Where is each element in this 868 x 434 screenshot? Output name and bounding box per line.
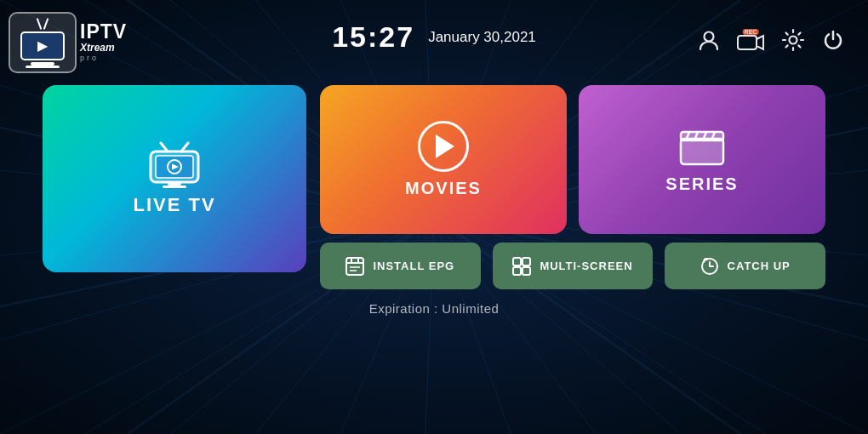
catch-up-label: CATCH UP bbox=[728, 260, 791, 272]
movies-label: MOVIES bbox=[405, 179, 482, 198]
svg-point-42 bbox=[790, 37, 797, 44]
series-card[interactable]: SERIES bbox=[579, 85, 825, 234]
svg-rect-57 bbox=[346, 258, 363, 275]
multi-screen-icon bbox=[512, 257, 531, 276]
epg-icon bbox=[345, 257, 364, 276]
header: ▶ IPTV Xtream pro 15:27 January 30,2021 bbox=[0, 0, 868, 77]
play-circle-icon bbox=[418, 121, 469, 172]
multi-screen-label: MULTI-SCREEN bbox=[540, 260, 632, 272]
logo-box: ▶ bbox=[9, 12, 77, 73]
rec-badge: REC bbox=[743, 29, 759, 35]
header-icons: REC bbox=[698, 28, 844, 57]
logo-iptv-text: IPTV bbox=[80, 22, 127, 42]
clock: 15:27 bbox=[332, 20, 414, 54]
footer: Expiration : Unlimited bbox=[0, 301, 868, 316]
settings-icon[interactable] bbox=[781, 28, 805, 57]
svg-rect-49 bbox=[168, 182, 181, 186]
svg-rect-65 bbox=[513, 267, 521, 275]
install-epg-card[interactable]: INSTALL EPG bbox=[320, 243, 481, 289]
user-icon[interactable] bbox=[698, 29, 720, 57]
live-tv-icon bbox=[144, 141, 205, 194]
svg-rect-64 bbox=[523, 258, 530, 266]
logo: ▶ IPTV Xtream pro bbox=[9, 12, 127, 73]
install-epg-label: INSTALL EPG bbox=[373, 260, 454, 272]
multi-screen-card[interactable]: MULTI-SCREEN bbox=[493, 243, 654, 289]
main-grid: LIVE TV MOVIES bbox=[0, 85, 868, 289]
top-cards: MOVIES SERIE bbox=[320, 85, 825, 234]
svg-rect-51 bbox=[681, 139, 723, 164]
movies-card[interactable]: MOVIES bbox=[320, 85, 567, 234]
svg-rect-40 bbox=[738, 36, 757, 49]
svg-rect-63 bbox=[513, 258, 521, 266]
date: January 30,2021 bbox=[428, 29, 536, 46]
app-content: ▶ IPTV Xtream pro 15:27 January 30,2021 bbox=[0, 0, 868, 434]
svg-point-39 bbox=[705, 31, 714, 41]
catch-up-card[interactable]: CATCH UP bbox=[665, 243, 825, 289]
svg-rect-50 bbox=[163, 186, 186, 188]
svg-rect-66 bbox=[523, 267, 530, 275]
record-icon[interactable]: REC bbox=[737, 32, 764, 53]
datetime: 15:27 January 30,2021 bbox=[332, 20, 536, 54]
logo-xtream-text: Xtream bbox=[80, 42, 127, 54]
catch-up-icon bbox=[700, 257, 719, 276]
live-tv-label: LIVE TV bbox=[133, 194, 215, 216]
expiration-text: Expiration : Unlimited bbox=[369, 301, 500, 316]
series-label: SERIES bbox=[665, 174, 738, 194]
svg-marker-41 bbox=[757, 36, 763, 49]
play-triangle-icon bbox=[436, 134, 454, 158]
series-clapper-icon bbox=[677, 125, 727, 168]
bottom-cards: INSTALL EPG MULTI-SCREEN bbox=[320, 243, 825, 289]
logo-pro-text: pro bbox=[80, 54, 127, 63]
right-column: MOVIES SERIE bbox=[320, 85, 825, 289]
live-tv-card[interactable]: LIVE TV bbox=[43, 85, 306, 272]
power-icon[interactable] bbox=[822, 29, 844, 56]
